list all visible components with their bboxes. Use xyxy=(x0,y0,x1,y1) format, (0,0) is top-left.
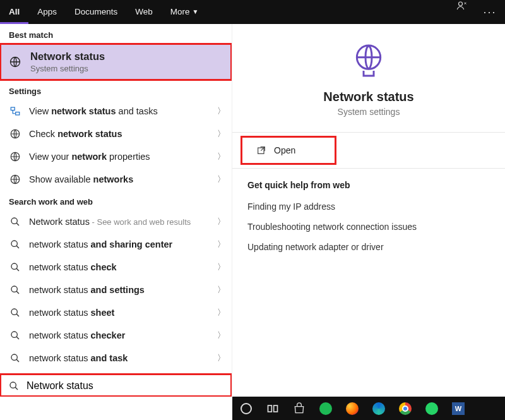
taskbar-taskview-icon[interactable] xyxy=(260,397,285,420)
suggestion-label: network status sheet xyxy=(29,308,210,318)
suggestion-label: network status check xyxy=(29,262,210,272)
settings-item[interactable]: Check network status〉 xyxy=(0,123,232,145)
web-suggestion[interactable]: network status sheet〉 xyxy=(0,301,232,324)
taskbar-chrome-icon[interactable] xyxy=(393,397,418,420)
tab-documents[interactable]: Documents xyxy=(66,0,126,24)
svg-rect-18 xyxy=(274,405,278,412)
more-options-icon[interactable]: ··· xyxy=(478,0,501,24)
best-match-header: Best match xyxy=(0,24,232,44)
chevron-right-icon: 〉 xyxy=(217,261,225,273)
result-label: Show available networks xyxy=(29,174,210,184)
help-header: Get quick help from web xyxy=(232,169,505,196)
open-button[interactable]: Open xyxy=(241,136,336,164)
chevron-right-icon: 〉 xyxy=(217,216,225,227)
svg-rect-2 xyxy=(11,107,15,111)
chevron-right-icon: 〉 xyxy=(217,151,225,162)
search-tabs: All Apps Documents Web More▼ ··· xyxy=(0,0,505,24)
web-suggestion[interactable]: network status and settings〉 xyxy=(0,279,232,301)
globe-icon xyxy=(9,174,21,185)
tab-apps[interactable]: Apps xyxy=(28,0,66,24)
chevron-right-icon: 〉 xyxy=(217,284,225,296)
search-icon xyxy=(9,353,21,363)
open-icon xyxy=(256,145,266,155)
search-box[interactable] xyxy=(0,374,232,397)
suggestion-label: Network status - See work and web result… xyxy=(29,217,210,227)
search-icon xyxy=(9,262,21,272)
taskbar-word-icon[interactable]: W xyxy=(446,397,471,420)
svg-point-7 xyxy=(11,218,17,224)
result-label: Check network status xyxy=(29,129,210,139)
svg-point-11 xyxy=(11,309,17,315)
suggestion-label: network status and settings xyxy=(29,285,210,295)
taskbar-firefox-icon[interactable] xyxy=(340,397,365,420)
preview-title: Network status xyxy=(232,90,505,104)
taskbar: W xyxy=(232,397,505,420)
globe-icon xyxy=(9,151,21,162)
chevron-down-icon: ▼ xyxy=(193,8,199,15)
web-suggestion[interactable]: network status and task〉 xyxy=(0,347,232,369)
open-label: Open xyxy=(274,145,295,155)
suggestion-label: network status and sharing center xyxy=(29,239,210,249)
svg-point-14 xyxy=(10,382,16,388)
svg-point-9 xyxy=(11,263,17,269)
web-suggestion[interactable]: network status and sharing center〉 xyxy=(0,233,232,256)
suggestion-label: network status and task xyxy=(29,353,210,363)
chevron-right-icon: 〉 xyxy=(217,174,225,185)
preview-panel: Network status System settings Open Get … xyxy=(232,24,505,397)
search-input[interactable] xyxy=(25,380,225,392)
help-link[interactable]: Updating network adapter or driver xyxy=(232,237,505,257)
web-suggestion[interactable]: Network status - See work and web result… xyxy=(0,210,232,233)
help-link[interactable]: Finding my IP address xyxy=(232,196,505,217)
settings-item[interactable]: Show available networks〉 xyxy=(0,168,232,191)
chevron-right-icon: 〉 xyxy=(217,128,225,140)
best-match-result[interactable]: Network status System settings xyxy=(0,44,232,80)
search-icon xyxy=(9,217,21,227)
chevron-right-icon: 〉 xyxy=(217,105,225,117)
settings-item[interactable]: View network status and tasks〉 xyxy=(0,100,232,123)
svg-rect-17 xyxy=(268,405,272,412)
result-label: View your network properties xyxy=(29,152,210,162)
globe-icon xyxy=(9,53,21,71)
taskbar-cortana-icon[interactable] xyxy=(234,397,259,420)
tab-more[interactable]: More▼ xyxy=(162,0,208,24)
result-label: View network status and tasks xyxy=(29,106,210,116)
svg-point-10 xyxy=(11,286,17,292)
best-match-subtitle: System settings xyxy=(30,64,105,73)
svg-point-12 xyxy=(11,332,17,337)
chevron-right-icon: 〉 xyxy=(217,352,225,364)
taskbar-whatsapp-icon[interactable] xyxy=(419,397,444,420)
chevron-right-icon: 〉 xyxy=(217,330,225,341)
search-icon xyxy=(9,308,21,318)
chevron-right-icon: 〉 xyxy=(217,239,225,250)
taskbar-edge-icon[interactable] xyxy=(366,397,391,420)
best-match-title: Network status xyxy=(30,51,105,63)
taskbar-store-icon[interactable] xyxy=(287,397,312,420)
help-link[interactable]: Troubleshooting network connection issue… xyxy=(232,217,505,237)
preview-subtitle: System settings xyxy=(232,107,505,117)
search-icon xyxy=(9,381,19,391)
chevron-right-icon: 〉 xyxy=(217,307,225,318)
tab-web[interactable]: Web xyxy=(126,0,162,24)
web-suggestion[interactable]: network status check〉 xyxy=(0,256,232,279)
settings-header: Settings xyxy=(0,80,232,100)
settings-item[interactable]: View your network properties〉 xyxy=(0,145,232,168)
search-icon xyxy=(9,285,21,295)
network-icon xyxy=(9,105,21,117)
svg-point-13 xyxy=(11,354,17,360)
profile-icon[interactable] xyxy=(456,0,478,24)
svg-rect-3 xyxy=(16,112,20,116)
suggestion-label: network status checker xyxy=(29,330,210,340)
preview-icon xyxy=(232,40,505,81)
results-panel: Best match Network status System setting… xyxy=(0,24,232,397)
taskbar-spotify-icon[interactable] xyxy=(313,397,338,420)
search-icon xyxy=(9,330,21,340)
web-suggestion[interactable]: network status checker〉 xyxy=(0,324,232,347)
web-header: Search work and web xyxy=(0,191,232,210)
tab-all[interactable]: All xyxy=(0,0,28,24)
svg-point-8 xyxy=(11,241,17,246)
search-icon xyxy=(9,239,21,249)
globe-icon xyxy=(9,128,21,140)
svg-point-0 xyxy=(459,2,463,6)
